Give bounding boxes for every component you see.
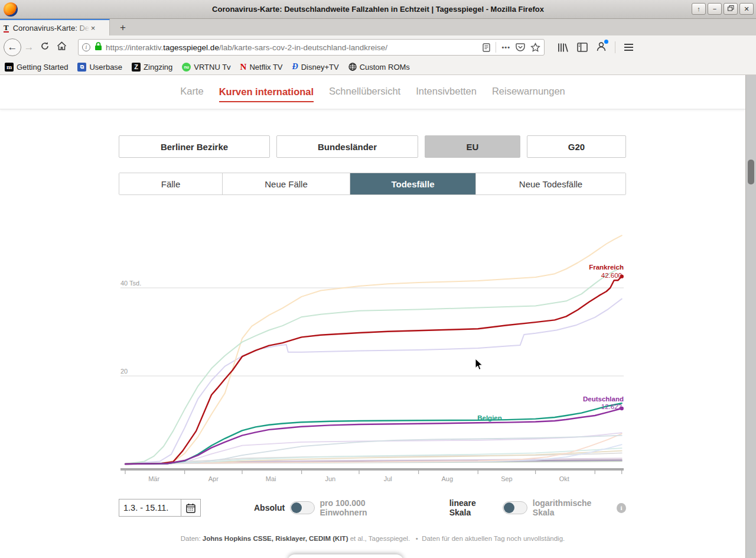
netflix-n-icon: N [240, 62, 247, 72]
bottom-popup-peek[interactable] [288, 554, 403, 558]
button-eu[interactable]: EU [425, 135, 520, 158]
bookmark-userbase[interactable]: ⧉Userbase [77, 63, 122, 72]
urlbar-separator [496, 42, 496, 53]
bookmark-custom-roms[interactable]: Custom ROMs [348, 63, 410, 72]
svg-text:42.600: 42.600 [601, 272, 622, 279]
firefox-logo-icon [4, 2, 18, 17]
tab-close-icon[interactable]: × [91, 24, 96, 33]
region-button-group: Berliner Bezirke Bundesländer EU G20 [119, 135, 626, 158]
browser-tab[interactable]: T Coronavirus-Karte: Deuts × [0, 19, 110, 35]
page-content: Karte Kurven international Schnellübersi… [0, 75, 745, 558]
close-window-button[interactable]: ✕ [739, 3, 754, 15]
maximize-button[interactable] [724, 3, 738, 15]
bookmarks-toolbar: mGetting Started ⧉Userbase ZZingzing nuV… [0, 59, 756, 75]
reload-button[interactable] [37, 41, 53, 53]
calendar-icon [186, 503, 195, 513]
linear-log-toggle[interactable] [503, 501, 527, 514]
vrtnu-badge-icon: nu [182, 63, 191, 72]
chart-controls: Absolut pro 100.000 Einwohnern lineare S… [119, 498, 626, 517]
url-text: https://interaktiv.tagesspiegel.de/lab/k… [106, 43, 483, 52]
pocket-icon[interactable] [516, 43, 525, 52]
toggle-label-absolut[interactable]: Absolut [254, 503, 285, 512]
date-range-control [119, 499, 201, 517]
home-icon [57, 41, 67, 51]
letter-z-icon: Z [132, 63, 141, 72]
nav-kurven-international[interactable]: Kurven international [219, 86, 314, 102]
reader-view-icon[interactable] [483, 43, 490, 52]
svg-text:12.622: 12.622 [601, 403, 622, 410]
calendar-button[interactable] [181, 499, 200, 516]
toggle-label-pro-100000[interactable]: pro 100.000 Einwohnern [320, 498, 409, 517]
svg-text:20: 20 [120, 368, 128, 375]
secure-lock-icon [94, 42, 102, 53]
bookmark-zingzing[interactable]: ZZingzing [132, 63, 172, 72]
button-bundeslaender[interactable]: Bundesländer [276, 135, 418, 158]
sidebars-icon[interactable] [577, 43, 588, 52]
toggle-knob [504, 502, 514, 513]
tab-neue-faelle[interactable]: Neue Fälle [223, 173, 350, 194]
nav-schnelluebersicht[interactable]: Schnellübersicht [329, 86, 400, 98]
forward-button[interactable]: → [21, 41, 37, 53]
info-icon[interactable]: i [617, 503, 626, 513]
toggle-label-linear[interactable]: lineare Skala [449, 498, 497, 517]
account-button[interactable] [596, 41, 607, 54]
toggle-label-logarithmic[interactable]: logarithmische Skala [533, 498, 611, 517]
svg-text:Sep: Sep [501, 475, 513, 482]
bookmark-getting-started[interactable]: mGetting Started [5, 63, 68, 72]
mozilla-m-icon: m [5, 63, 14, 72]
home-button[interactable] [53, 41, 70, 53]
back-button[interactable]: ← [4, 38, 21, 56]
svg-text:Deutschland: Deutschland [583, 395, 624, 403]
button-berliner-bezirke[interactable]: Berliner Bezirke [119, 135, 270, 158]
window-titlebar: Coronavirus-Karte: Deutschlandweite Fall… [0, 0, 756, 19]
restore-icon [728, 5, 734, 11]
svg-text:Apr: Apr [208, 475, 219, 482]
library-icon[interactable] [558, 43, 569, 53]
nav-karte[interactable]: Karte [180, 86, 203, 98]
absolute-toggle-group: Absolut pro 100.000 Einwohnern [254, 498, 409, 517]
tab-faelle[interactable]: Fälle [119, 173, 223, 194]
tab-title: Coronavirus-Karte: Deuts [13, 24, 90, 33]
covid-deaths-line-chart[interactable]: 2040 Tsd.MärAprMaiJunJulAugSepOktFrankre… [0, 223, 745, 485]
menu-hamburger-icon[interactable] [624, 43, 634, 51]
nav-reisewarnungen[interactable]: Reisewarnungen [492, 86, 565, 98]
window-title: Coronavirus-Karte: Deutschlandweite Fall… [0, 5, 756, 14]
globe-icon [348, 63, 357, 71]
mouse-cursor [475, 358, 483, 371]
chart-container: 2040 Tsd.MärAprMaiJunJulAugSepOktFrankre… [0, 223, 745, 485]
svg-text:Belgien: Belgien [477, 414, 502, 421]
url-bar[interactable]: i https://interaktiv.tagesspiegel.de/lab… [78, 39, 545, 56]
reload-icon [40, 41, 50, 51]
bookmark-vrtnu[interactable]: nuVRTNU Tv [182, 63, 230, 72]
svg-text:Mai: Mai [266, 475, 276, 482]
shade-window-button[interactable]: ↑ [692, 3, 706, 15]
minimize-button[interactable]: − [708, 3, 722, 15]
page-scroll-thumb[interactable] [748, 160, 754, 184]
page-scrollbar[interactable] [745, 75, 756, 558]
page-info-icon[interactable]: i [82, 43, 90, 51]
scale-toggle-group: lineare Skala logarithmische Skala i [449, 498, 626, 517]
disney-d-icon: Ɖ [292, 62, 298, 72]
site-nav: Karte Kurven international Schnellübersi… [0, 75, 745, 109]
svg-text:Mär: Mär [148, 475, 159, 482]
notification-dot [604, 40, 608, 44]
tagesspiegel-favicon: T [4, 24, 9, 33]
svg-text:Frankreich: Frankreich [589, 264, 624, 271]
data-source-note: Daten: Johns Hopkins CSSE, Risklayer, CE… [0, 535, 745, 542]
toolbar-separator [615, 41, 615, 53]
date-range-input[interactable] [119, 499, 181, 516]
bookmark-star-icon[interactable] [530, 43, 540, 52]
tab-neue-todesfaelle[interactable]: Neue Todesfälle [476, 173, 625, 194]
tab-todesfaelle[interactable]: Todesfälle [350, 173, 476, 194]
absolute-per-capita-toggle[interactable] [290, 501, 314, 514]
bookmark-netflix[interactable]: NNetflix TV [240, 62, 283, 72]
userbase-cube-icon: ⧉ [77, 63, 86, 72]
new-tab-button[interactable]: + [116, 21, 130, 34]
tab-strip: T Coronavirus-Karte: Deuts × + [0, 19, 756, 35]
svg-text:40 Tsd.: 40 Tsd. [120, 280, 141, 287]
button-g20[interactable]: G20 [527, 135, 626, 158]
page-actions-icon[interactable]: ••• [501, 44, 510, 51]
nav-intensivbetten[interactable]: Intensivbetten [416, 86, 477, 98]
toggle-knob [291, 502, 302, 513]
bookmark-disney[interactable]: ƉDisney+TV [292, 62, 339, 72]
